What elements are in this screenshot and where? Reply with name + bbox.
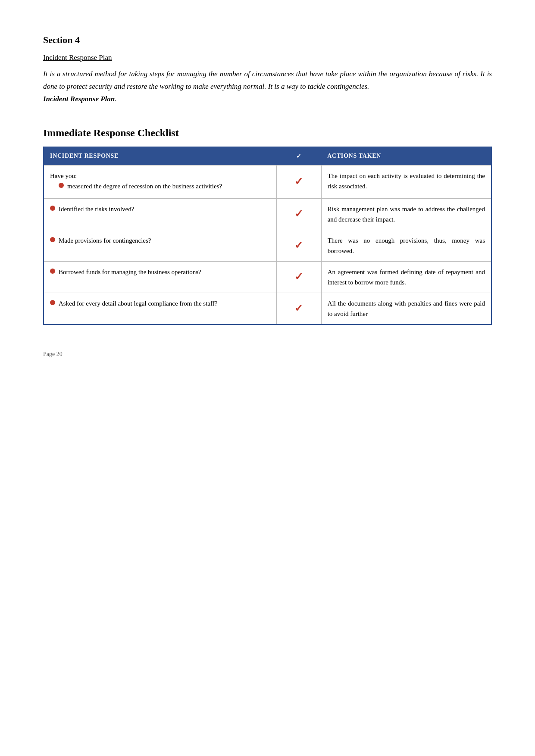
header-actions: Actions Taken [321,147,491,166]
incident-cell-1: Have you: measured the degree of recessi… [44,165,276,198]
actions-cell-2: Risk management plan was made to address… [321,198,491,230]
check-cell-4: ✓ [276,261,321,293]
bullet-dot [50,206,55,211]
table-row: Identified the risks involved? ✓ Risk ma… [44,198,491,230]
header-check: ✓ [276,147,321,166]
check-cell-2: ✓ [276,198,321,230]
check-cell-3: ✓ [276,230,321,261]
subsection-title: Incident Response Plan [43,53,492,62]
bullet-dot [59,183,64,188]
table-row: Asked for every detail about legal compl… [44,293,491,325]
check-cell-5: ✓ [276,293,321,325]
table-row: Have you: measured the degree of recessi… [44,165,491,198]
actions-cell-5: All the documents along with penalties a… [321,293,491,325]
checklist-title: Immediate Response Checklist [43,127,492,139]
actions-cell-4: An agreement was formed defining date of… [321,261,491,293]
incident-cell-5: Asked for every detail about legal compl… [44,293,276,325]
header-incident: Incident Response [44,147,276,166]
checklist-table: Incident Response ✓ Actions Taken Have y… [43,147,492,325]
table-row: Borrowed funds for managing the business… [44,261,491,293]
bullet-dot [50,269,55,274]
bullet-dot [50,300,55,305]
intro-text: It is a structured method for taking ste… [43,68,492,106]
actions-cell-1: The impact on each activity is evaluated… [321,165,491,198]
incident-cell-2: Identified the risks involved? [44,198,276,230]
actions-cell-3: There was no enough provisions, thus, mo… [321,230,491,261]
bullet-dot [50,237,55,242]
page-footer: Page 20 [43,351,492,358]
check-cell-1: ✓ [276,165,321,198]
incident-cell-4: Borrowed funds for managing the business… [44,261,276,293]
table-row: Made provisions for contingencies? ✓ The… [44,230,491,261]
section-title: Section 4 [43,34,492,46]
incident-cell-3: Made provisions for contingencies? [44,230,276,261]
